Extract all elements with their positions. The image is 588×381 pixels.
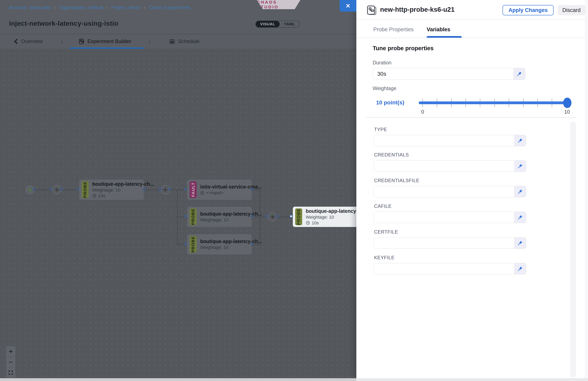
node-probe-2[interactable]: PROBE boutique-app-latency-ch... Weighta… <box>187 207 252 227</box>
nav-chevron-icon: › <box>148 34 151 49</box>
node-body: boutique-app-latency-ch... Weightage: 10… <box>92 181 141 198</box>
window-vertical-scrollbar[interactable] <box>585 0 588 378</box>
certfile-input[interactable] <box>374 237 514 249</box>
breadcrumb-account[interactable]: Account: chaos-dev <box>9 5 51 10</box>
probe-config-panel: new-http-probe-ks6-u21 Apply Changes Dis… <box>356 0 588 378</box>
header: Account: chaos-dev › Organization: defau… <box>0 0 356 49</box>
connector-dot <box>184 242 187 245</box>
tab-overview-label: Overview <box>21 38 43 44</box>
plus-icon: + <box>55 186 59 194</box>
variable-label-credentials: CREDENTIALS <box>374 152 409 158</box>
node-duration: 10s <box>92 193 141 198</box>
connector-dot <box>49 188 52 191</box>
node-weightage: Weightage: 10 <box>92 188 141 193</box>
connector-line <box>252 244 260 245</box>
connector-dot <box>276 215 279 218</box>
fullscreen-icon <box>8 370 13 375</box>
variable-label-credentialsfile: CREDENTIALSFILE <box>374 178 420 183</box>
probe-tag: PROBE <box>190 209 197 225</box>
connector-line <box>252 217 267 217</box>
plus-icon: + <box>163 186 168 194</box>
clock-icon <box>200 191 204 195</box>
node-title: istio-virtual-service-crea... <box>200 184 249 190</box>
tab-schedule-label: Schedule <box>178 38 199 44</box>
weightage-slider-handle[interactable] <box>563 98 571 108</box>
keyfile-pin-button[interactable] <box>514 263 526 274</box>
tab-schedule[interactable]: Schedule <box>169 34 199 49</box>
visual-toggle-button[interactable]: VISUAL <box>256 21 280 27</box>
canvas-zoom-controls: + − <box>6 346 16 378</box>
credentialsfile-pin-button[interactable] <box>514 186 526 197</box>
node-duration-value: 10s <box>98 193 105 198</box>
flow-builder-icon <box>78 38 85 45</box>
variable-field-certfile <box>374 237 526 249</box>
connector-dot <box>143 188 146 191</box>
tab-overview[interactable]: Overview <box>12 34 43 49</box>
type-input[interactable] <box>374 135 514 146</box>
node-fault[interactable]: FAULT istio-virtual-service-crea... <+in… <box>187 180 252 200</box>
fault-tag-label: FAULT <box>191 182 196 197</box>
node-weightage: Weightage: 10 <box>200 245 249 250</box>
node-body: istio-virtual-service-crea... <+input> <box>200 184 249 195</box>
duration-label: Duration <box>373 60 392 65</box>
variable-label-certfile: CERTFILE <box>374 229 398 235</box>
tab-variables[interactable]: Variables <box>427 25 450 33</box>
clock-icon <box>306 221 310 225</box>
cafile-input[interactable] <box>374 212 514 223</box>
variable-field-type <box>374 135 526 146</box>
weightage-slider-track[interactable] <box>419 102 569 104</box>
window-horizontal-scrollbar[interactable] <box>356 378 588 381</box>
type-pin-button[interactable] <box>514 135 526 146</box>
tab-experiment-builder-label: Experiment Builder <box>87 38 131 44</box>
page-title: inject-network-latency-using-istio <box>9 20 118 27</box>
connector-dot <box>159 188 162 191</box>
node-probe-3[interactable]: PROBE boutique-app-latency-ch... Weighta… <box>187 234 252 254</box>
duration-field <box>373 68 525 80</box>
connector-dot <box>168 188 171 191</box>
breadcrumb-separator: › <box>54 4 56 11</box>
clock-icon <box>92 194 96 198</box>
certfile-pin-button[interactable] <box>514 237 526 249</box>
credentials-pin-button[interactable] <box>514 161 526 171</box>
tab-experiment-builder[interactable]: Experiment Builder <box>78 34 131 49</box>
panel-title: new-http-probe-ks6-u21 <box>380 6 455 13</box>
node-probe-4-selected[interactable]: PROBE boutique-app-latency-ch... Weighta… <box>293 207 357 227</box>
node-probe-1[interactable]: PROBE boutique-app-latency-ch... Weighta… <box>79 180 144 200</box>
fullscreen-button[interactable] <box>6 367 16 378</box>
duration-pin-button[interactable] <box>513 68 525 80</box>
weightage-value: 10 point(s) <box>376 99 404 106</box>
node-body: boutique-app-latency-ch... Weightage: 10 <box>200 238 249 250</box>
breadcrumb-project[interactable]: Project: demo <box>111 5 141 10</box>
credentialsfile-input[interactable] <box>374 186 514 197</box>
calendar-icon <box>169 39 175 44</box>
node-title: boutique-app-latency-ch... <box>92 181 141 187</box>
zoom-out-button[interactable]: − <box>6 357 16 367</box>
apply-changes-button[interactable]: Apply Changes <box>503 5 554 15</box>
node-duration: <+input> <box>200 190 249 195</box>
probe-flow-icon <box>366 5 377 16</box>
keyfile-input[interactable] <box>374 263 514 274</box>
yaml-toggle-button[interactable]: YAML <box>280 21 300 27</box>
play-icon <box>29 188 32 192</box>
connector-line <box>62 190 79 190</box>
credentials-input[interactable] <box>374 161 514 171</box>
pin-icon <box>518 163 523 169</box>
panel-scrollbar[interactable] <box>570 122 576 377</box>
duration-input[interactable] <box>373 68 513 80</box>
breadcrumb-organization[interactable]: Organization: default <box>59 5 103 10</box>
variable-label-type: TYPE <box>374 127 387 132</box>
connector-line <box>252 190 260 190</box>
close-panel-button[interactable] <box>340 0 356 12</box>
probe-tag-label: PROBE <box>191 236 195 253</box>
node-body: boutique-app-latency-ch... Weightage: 10 <box>200 211 249 223</box>
window-horizontal-scrollbar[interactable] <box>0 378 356 381</box>
tab-probe-properties[interactable]: Probe Properties <box>373 25 414 33</box>
zoom-in-button[interactable]: + <box>6 346 16 357</box>
cafile-pin-button[interactable] <box>514 212 526 223</box>
node-weightage: Weightage: 10 <box>306 215 355 220</box>
variable-label-cafile: CAFILE <box>374 203 392 209</box>
connector-dot <box>77 188 80 191</box>
discard-button[interactable]: Discard <box>558 5 585 15</box>
breadcrumb-chaos-experiments[interactable]: Chaos Experiments <box>149 5 190 10</box>
slider-max-label: 10 <box>561 109 573 115</box>
